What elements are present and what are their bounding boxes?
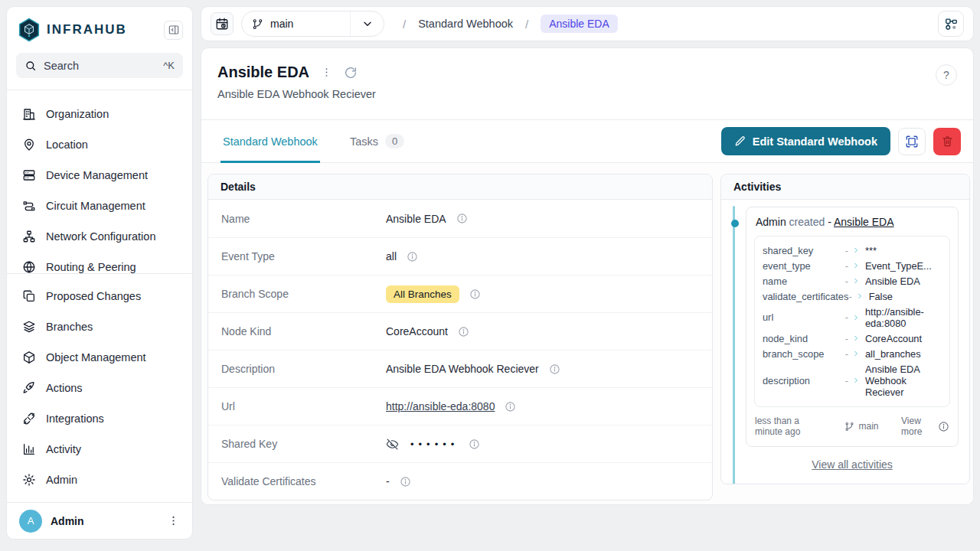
chevron-right-icon: [852, 246, 860, 254]
sidebar-collapse-button[interactable]: [164, 21, 183, 40]
network-icon: [22, 230, 36, 243]
info-icon: [549, 364, 560, 375]
change-old-value: -: [845, 276, 848, 287]
reveal-secret-button[interactable]: [386, 438, 399, 451]
change-new-value: all_branches: [865, 348, 942, 360]
chevron-right-icon: [852, 277, 860, 285]
help-button[interactable]: ?: [936, 64, 957, 86]
details-value: -: [386, 475, 390, 487]
sidebar-item-device-management[interactable]: Device Management: [7, 160, 192, 191]
branch-selector-toggle[interactable]: [350, 11, 384, 36]
user-menu[interactable]: A Admin: [7, 502, 192, 539]
activity-branch-name: main: [858, 421, 878, 432]
activity-object-link[interactable]: Ansible EDA: [834, 216, 894, 228]
kebab-icon: [321, 67, 332, 78]
info-icon: [456, 213, 468, 224]
sidebar-item-integrations[interactable]: Integrations: [7, 403, 192, 434]
chevron-right-icon: [852, 377, 860, 384]
sidebar-item-label: Routing & Peering: [46, 261, 136, 273]
time-travel-button[interactable]: [211, 12, 234, 35]
info-icon: [469, 289, 481, 300]
info-icon[interactable]: [549, 364, 560, 375]
details-title: Details: [220, 181, 256, 193]
details-value: Ansible EDA: [386, 213, 446, 225]
gear-icon: [22, 473, 36, 487]
activity-entry-footer: less than a minute ago main View more: [754, 416, 950, 437]
info-icon[interactable]: [400, 476, 411, 487]
chevron-right-icon: [852, 334, 860, 342]
view-all-activities-link[interactable]: View all activities: [812, 458, 893, 471]
info-icon[interactable]: [505, 401, 516, 412]
url-link[interactable]: http://ansible-eda:8080: [386, 400, 495, 412]
breadcrumb-parent[interactable]: Standard Webhook: [418, 18, 513, 30]
activities-timeline: Admin created - Ansible EDA shared_key-*…: [721, 200, 969, 484]
change-old-value: -: [845, 260, 848, 272]
change-key: shared_key: [763, 245, 845, 256]
chevron-right-icon: [852, 314, 860, 321]
tabs: Standard Webhook Tasks 0 Edit Standard W…: [201, 119, 973, 163]
change-old-value: -: [845, 348, 848, 360]
details-label: Validate Certificates: [221, 475, 386, 487]
change-key: event_type: [763, 260, 845, 272]
activity-change-url: url-http://ansible-eda:8080: [763, 304, 942, 331]
sidebar-item-actions[interactable]: Actions: [7, 373, 192, 403]
change-key: validate_certificates: [763, 291, 848, 302]
sidebar-item-activity[interactable]: Activity: [7, 434, 192, 465]
sidebar-item-admin[interactable]: Admin: [7, 465, 192, 495]
content-area: Details NameAnsible EDAEvent TypeallBran…: [201, 163, 973, 504]
info-icon[interactable]: [938, 421, 949, 432]
user-name: Admin: [51, 515, 158, 527]
refresh-button[interactable]: [344, 66, 358, 80]
tab-standard-webhook[interactable]: Standard Webhook: [220, 120, 320, 162]
details-row-name: NameAnsible EDA: [208, 200, 712, 237]
activity-actor: Admin: [756, 216, 786, 228]
change-new-value: Event_TypeE...: [865, 260, 942, 272]
title-menu-button[interactable]: [321, 67, 332, 78]
info-icon[interactable]: [469, 289, 481, 300]
delete-button[interactable]: [933, 128, 961, 155]
chevron-right-icon: [852, 277, 860, 285]
edit-button[interactable]: Edit Standard Webhook: [721, 127, 890, 155]
sidebar-item-location[interactable]: Location: [7, 129, 192, 160]
info-icon[interactable]: [469, 439, 480, 450]
activity-entry: Admin created - Ansible EDA shared_key-*…: [746, 207, 959, 447]
info-icon[interactable]: [456, 213, 468, 224]
user-menu-button[interactable]: [167, 514, 180, 527]
sidebar-group-app: Proposed ChangesBranchesObject Managemen…: [7, 273, 192, 495]
edit-button-label: Edit Standard Webhook: [753, 135, 877, 148]
change-new-value: ***: [865, 245, 942, 256]
branch-selector[interactable]: main: [241, 11, 384, 37]
info-icon: [458, 326, 469, 337]
search-input[interactable]: Search ^K: [16, 53, 183, 78]
breadcrumb-current[interactable]: Ansible EDA: [541, 15, 618, 33]
info-icon[interactable]: [407, 251, 418, 262]
view-more-link[interactable]: View more: [901, 416, 932, 437]
activities-title: Activities: [733, 181, 781, 193]
page-title: Ansible EDA: [217, 64, 309, 81]
change-new-value: False: [869, 291, 946, 302]
info-icon[interactable]: [458, 326, 469, 337]
sidebar-item-organization[interactable]: Organization: [7, 99, 192, 129]
branch-scope-badge: All Branches: [386, 285, 459, 303]
activity-changes: shared_key-***event_type-Event_TypeE...n…: [754, 236, 950, 407]
sidebar-item-branches[interactable]: Branches: [7, 311, 192, 342]
sidebar-item-circuit-management[interactable]: Circuit Management: [7, 191, 192, 221]
change-key: branch_scope: [763, 348, 845, 360]
schema-button[interactable]: [938, 11, 964, 37]
sidebar-item-label: Actions: [46, 382, 83, 394]
change-old-value: -: [848, 291, 851, 302]
change-key: url: [763, 311, 845, 323]
sidebar-item-object-management[interactable]: Object Management: [7, 342, 192, 373]
sidebar-menu: OrganizationLocationDevice ManagementCir…: [7, 90, 192, 539]
tab-tasks[interactable]: Tasks 0: [348, 120, 407, 162]
change-old-value: -: [845, 245, 848, 256]
details-label: Branch Scope: [221, 288, 386, 300]
sidebar-item-routing-peering[interactable]: Routing & Peering: [7, 252, 192, 273]
building-icon: [22, 107, 36, 121]
sidebar-item-network-configuration[interactable]: Network Configuration: [7, 221, 192, 252]
activity-timestamp: less than a minute ago: [755, 416, 822, 437]
manage-object-button[interactable]: [898, 128, 926, 155]
sidebar-item-proposed-changes[interactable]: Proposed Changes: [7, 281, 192, 311]
calendar-clock-icon: [215, 17, 229, 31]
details-label: Shared Key: [221, 438, 386, 450]
